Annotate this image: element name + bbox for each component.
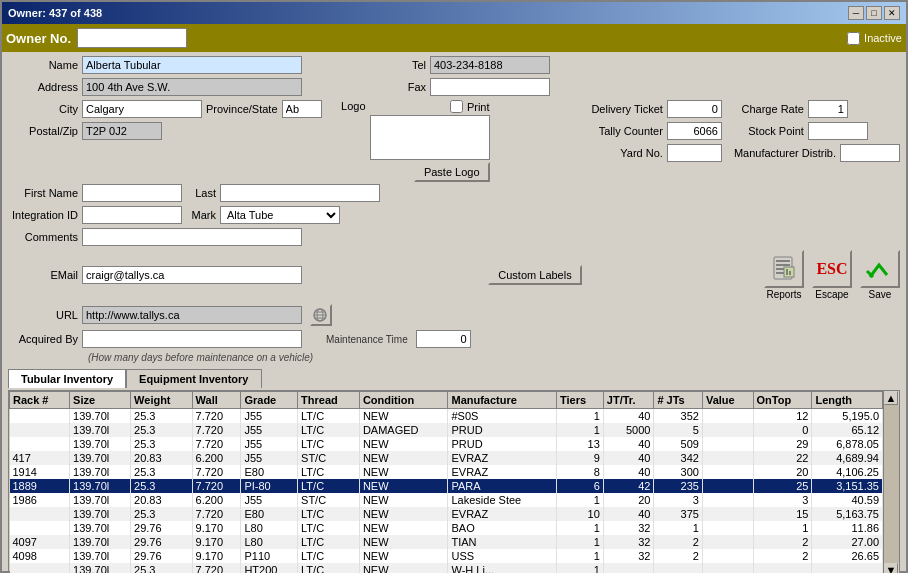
manufacturer-input[interactable] — [840, 144, 900, 162]
name-input[interactable] — [82, 56, 302, 74]
inventory-table: Rack # Size Weight Wall Grade Thread Con… — [9, 391, 883, 573]
fax-input[interactable] — [430, 78, 550, 96]
escape-button[interactable]: ESC Escape — [812, 250, 852, 300]
charge-rate-label: Charge Rate — [734, 103, 804, 115]
acquired-row: Acquired By Maintenance Time — [8, 330, 900, 348]
col-manufacture: Manufacture — [448, 392, 557, 409]
svg-rect-1 — [776, 260, 790, 262]
tally-input[interactable] — [667, 122, 722, 140]
logo-label: Logo — [336, 100, 366, 112]
col-value: Value — [702, 392, 753, 409]
save-button[interactable]: Save — [860, 250, 900, 300]
stock-point-input[interactable] — [808, 122, 868, 140]
scrollbar-vertical[interactable]: ▲ ▼ — [883, 391, 899, 573]
tabs-row: Tubular Inventory Equipment Inventory — [8, 369, 900, 388]
yard-input[interactable] — [667, 144, 722, 162]
table-row[interactable]: 417139.70l20.836.200J55ST/CNEWEVRAZ94034… — [10, 451, 883, 465]
postal-input[interactable] — [82, 122, 162, 140]
scroll-up-button[interactable]: ▲ — [884, 391, 898, 405]
table-scroll-area[interactable]: Rack # Size Weight Wall Grade Thread Con… — [9, 391, 883, 573]
toolbar: Owner No. Inactive — [2, 24, 906, 52]
table-row[interactable]: 4098139.70l29.769.170P110LT/CNEWUSS13222… — [10, 549, 883, 563]
charge-rate-input[interactable] — [808, 100, 848, 118]
col-grade: Grade — [241, 392, 298, 409]
table-row[interactable]: 139.70l29.769.170L80LT/CNEWBAO1321111.86 — [10, 521, 883, 535]
email-label: EMail — [8, 269, 78, 281]
comments-input[interactable] — [82, 228, 302, 246]
custom-labels-button[interactable]: Custom Labels — [488, 265, 581, 285]
globe-button[interactable] — [310, 304, 332, 326]
minimize-button[interactable]: ─ — [848, 6, 864, 20]
maximize-button[interactable]: □ — [866, 6, 882, 20]
firstname-input[interactable] — [82, 184, 182, 202]
table-row[interactable]: 139.70l25.37.720J55LT/CNEWPRUD1340509296… — [10, 437, 883, 451]
svg-rect-4 — [776, 272, 784, 274]
maintenance-input[interactable] — [416, 330, 471, 348]
table-row[interactable]: 1986139.70l20.836.200J55ST/CNEWLakeside … — [10, 493, 883, 507]
maintenance-label: Maintenance Time — [326, 334, 408, 345]
owner-no-input[interactable] — [77, 28, 187, 48]
address-input[interactable] — [82, 78, 302, 96]
postal-label: Postal/Zip — [8, 125, 78, 137]
escape-icon: ESC — [816, 260, 847, 278]
fax-label: Fax — [356, 81, 426, 93]
inactive-area: Inactive — [847, 32, 902, 45]
table-row[interactable]: 4097139.70l29.769.170L80LT/CNEWTIAN13222… — [10, 535, 883, 549]
last-label: Last — [186, 187, 216, 199]
yard-label: Yard No. — [573, 147, 663, 159]
svg-rect-6 — [786, 269, 788, 275]
manufacturer-label: Manufacturer Distrib. — [734, 147, 836, 159]
paste-logo-button[interactable]: Paste Logo — [414, 162, 490, 182]
delivery-label: Delivery Ticket — [573, 103, 663, 115]
comments-label: Comments — [8, 231, 78, 243]
table-row[interactable]: 1914139.70l25.37.720E80LT/CNEWEVRAZ84030… — [10, 465, 883, 479]
reports-button[interactable]: Reports — [764, 250, 804, 300]
city-label: City — [8, 103, 78, 115]
title-bar-buttons: ─ □ ✕ — [848, 6, 900, 20]
comments-row: Comments — [8, 228, 900, 246]
main-content: Name Tel Address Fax City Province/State — [2, 52, 906, 573]
name-row: Name Tel — [8, 56, 900, 74]
table-row[interactable]: 139.70l25.37.720E80LT/CNEWEVRAZ104037515… — [10, 507, 883, 521]
escape-icon-box: ESC — [812, 250, 852, 288]
col-ontop: OnTop — [753, 392, 812, 409]
col-size: Size — [70, 392, 131, 409]
url-input[interactable] — [82, 306, 302, 324]
last-input[interactable] — [220, 184, 380, 202]
table-row[interactable]: 139.70l25.37.720J55LT/CNEW#S0S140352125,… — [10, 409, 883, 424]
url-label: URL — [8, 309, 78, 321]
tel-input[interactable] — [430, 56, 550, 74]
scroll-down-button[interactable]: ▼ — [884, 563, 898, 573]
firstname-label: First Name — [8, 187, 78, 199]
delivery-input[interactable] — [667, 100, 722, 118]
email-row: EMail Custom Labels — [8, 250, 900, 300]
city-row: City Province/State — [8, 100, 322, 118]
integration-input[interactable] — [82, 206, 182, 224]
col-condition: Condition — [359, 392, 448, 409]
integration-label: Integration ID — [8, 209, 78, 221]
mark-select[interactable]: Alta Tube — [220, 206, 340, 224]
integration-row: Integration ID Mark Alta Tube — [8, 206, 900, 224]
print-checkbox[interactable] — [450, 100, 463, 113]
province-input[interactable] — [282, 100, 322, 118]
table-row[interactable]: 139.70l25.37.720HT200LT/CNEWW-H Li...1 — [10, 563, 883, 573]
url-row: URL — [8, 304, 900, 326]
inactive-checkbox[interactable] — [847, 32, 860, 45]
table-row[interactable]: 139.70l25.37.720J55LT/CDAMAGEDPRUD150005… — [10, 423, 883, 437]
escape-label: Escape — [815, 289, 848, 300]
tel-label: Tel — [356, 59, 426, 71]
tab-equipment-inventory[interactable]: Equipment Inventory — [126, 369, 261, 388]
col-rack: Rack # — [10, 392, 70, 409]
col-jts: # JTs — [654, 392, 703, 409]
postal-row: Postal/Zip — [8, 122, 322, 140]
city-input[interactable] — [82, 100, 202, 118]
tally-row: Tally Counter Stock Point — [573, 122, 900, 140]
acquired-input[interactable] — [82, 330, 302, 348]
col-weight: Weight — [131, 392, 193, 409]
tab-tubular-inventory[interactable]: Tubular Inventory — [8, 369, 126, 388]
table-row[interactable]: 1889139.70l25.37.720PI-80LT/CNEWPARA6422… — [10, 479, 883, 493]
col-jttr: JT/Tr. — [603, 392, 654, 409]
close-button[interactable]: ✕ — [884, 6, 900, 20]
email-input[interactable] — [82, 266, 302, 284]
col-tiers: Tiers — [557, 392, 604, 409]
